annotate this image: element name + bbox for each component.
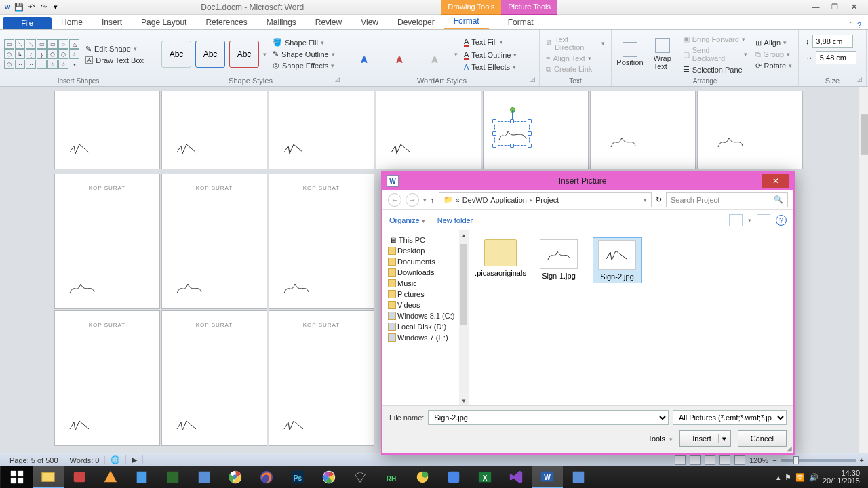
insert-button[interactable]: Insert▾: [679, 430, 731, 447]
selection-pane-button[interactable]: ☰Selection Pane: [681, 64, 749, 75]
tab-references[interactable]: References: [196, 16, 256, 29]
page-thumb[interactable]: [697, 91, 803, 169]
tray-expand-icon[interactable]: ▴: [776, 473, 781, 482]
network-icon[interactable]: 🛜: [795, 473, 805, 482]
page-thumb[interactable]: KOP SURAT: [54, 310, 160, 446]
wordart-more-icon[interactable]: ▾: [454, 51, 458, 58]
shape-styles-more-icon[interactable]: ▾: [263, 51, 267, 58]
tab-mailings[interactable]: Mailings: [257, 16, 306, 29]
tree-item[interactable]: Music: [385, 278, 466, 289]
navigation-tree[interactable]: 🖥 This PC Desktop Documents Downloads Mu…: [382, 230, 469, 405]
filename-input[interactable]: Sign-2.jpg: [428, 410, 669, 425]
tab-file[interactable]: File: [3, 17, 52, 29]
zoom-in-button[interactable]: +: [860, 456, 864, 464]
dialog-close-button[interactable]: ✕: [762, 174, 789, 188]
help-icon[interactable]: ?: [857, 21, 861, 29]
close-button[interactable]: ✕: [848, 3, 860, 12]
text-fill-button[interactable]: AText Fill▾: [462, 37, 519, 48]
dialog-launcher-icon[interactable]: ◿: [335, 76, 340, 83]
page-thumb[interactable]: KOP SURAT: [161, 174, 267, 309]
align-button[interactable]: ⊞Align▾: [753, 38, 794, 48]
dialog-launcher-icon[interactable]: ◿: [857, 76, 862, 83]
macro-status[interactable]: ▶: [126, 455, 143, 464]
taskbar-photoshop[interactable]: Ps: [282, 466, 313, 488]
tab-home[interactable]: Home: [52, 16, 92, 29]
start-button[interactable]: [1, 466, 33, 488]
wordart-style-1[interactable]: A: [349, 39, 380, 70]
taskbar-visualstudio[interactable]: [500, 466, 532, 488]
shapes-gallery[interactable]: ▭＼＼▭▭○△ ⬡↳{}⬠⬡☆ ⬡〰〰〰☆☆▾: [4, 39, 79, 69]
taskbar-app[interactable]: [157, 466, 189, 488]
taskbar-app[interactable]: [563, 466, 594, 488]
view-options-button[interactable]: [729, 214, 743, 226]
width-input[interactable]: [816, 51, 856, 64]
tools-button[interactable]: Tools ▾: [648, 434, 673, 443]
wordart-style-3[interactable]: A: [419, 39, 450, 70]
dialog-launcher-icon[interactable]: ◿: [530, 76, 535, 83]
taskbar-firefox[interactable]: [251, 466, 282, 488]
back-button[interactable]: ←: [388, 193, 401, 207]
taskbar-app[interactable]: [189, 466, 220, 488]
tab-review[interactable]: Review: [306, 16, 351, 29]
taskbar-app[interactable]: RH: [376, 466, 407, 488]
cancel-button[interactable]: Cancel: [738, 430, 787, 447]
volume-icon[interactable]: 🔊: [809, 473, 818, 482]
shape-outline-button[interactable]: ✎Shape Outline▾: [271, 49, 337, 59]
minimize-button[interactable]: —: [810, 3, 822, 12]
tree-item[interactable]: Pictures: [385, 289, 466, 300]
taskbar-app[interactable]: [344, 466, 376, 488]
taskbar-app[interactable]: [95, 466, 126, 488]
clock[interactable]: 14:30 20/11/2015: [823, 470, 860, 485]
tree-this-pc[interactable]: 🖥 This PC: [385, 235, 466, 245]
tab-format-drawing[interactable]: Format: [444, 14, 489, 29]
address-bar[interactable]: 📁 « DevWD-Application▸ Project ▾: [439, 192, 652, 207]
system-tray[interactable]: ▴ ⚑ 🛜 🔊 14:30 20/11/2015: [776, 470, 867, 485]
refresh-button[interactable]: ↻: [656, 195, 662, 204]
tab-insert[interactable]: Insert: [92, 16, 132, 29]
outline-view[interactable]: [719, 455, 730, 465]
page-thumb[interactable]: [590, 91, 696, 169]
taskbar-app[interactable]: [64, 466, 95, 488]
tab-page-layout[interactable]: Page Layout: [132, 16, 196, 29]
height-input[interactable]: [812, 35, 853, 48]
page-thumb[interactable]: [161, 91, 267, 169]
tree-scrollbar[interactable]: ▲▼: [459, 230, 469, 405]
zoom-out-button[interactable]: −: [772, 456, 776, 464]
shape-effects-button[interactable]: ◎Shape Effects▾: [271, 60, 337, 70]
page-thumb[interactable]: KOP SURAT: [269, 174, 374, 309]
forward-button[interactable]: →: [406, 193, 419, 207]
zoom-slider[interactable]: [781, 459, 856, 462]
tree-item[interactable]: Desktop: [385, 245, 466, 256]
tree-item[interactable]: Videos: [385, 300, 466, 310]
help-icon[interactable]: ?: [776, 215, 787, 226]
page-status[interactable]: Page: 5 of 500: [4, 456, 64, 464]
full-screen-view[interactable]: [690, 455, 701, 465]
text-outline-button[interactable]: AText Outline▾: [462, 49, 519, 61]
taskbar-excel[interactable]: X: [469, 466, 500, 488]
text-effects-button[interactable]: AText Effects▾: [462, 62, 519, 72]
file-item[interactable]: Sign-1.jpg: [534, 237, 583, 282]
action-center-icon[interactable]: ⚑: [785, 473, 791, 482]
edit-shape-button[interactable]: ✎Edit Shape▾: [83, 44, 146, 54]
new-folder-button[interactable]: New folder: [437, 216, 473, 224]
collapse-ribbon-icon[interactable]: ˇ: [849, 21, 852, 29]
restore-button[interactable]: ❐: [829, 3, 841, 12]
vertical-scrollbar[interactable]: [859, 87, 868, 466]
page-thumb[interactable]: [376, 91, 481, 169]
wrap-text-button[interactable]: Wrap Text: [648, 38, 677, 70]
taskbar-picasa[interactable]: [313, 466, 344, 488]
up-button[interactable]: ↑: [431, 196, 435, 204]
page-thumb[interactable]: KOP SURAT: [161, 310, 267, 446]
file-list[interactable]: .picasaoriginals Sign-1.jpg Sign-2.jpg: [469, 230, 793, 405]
page-thumb[interactable]: [54, 91, 160, 169]
word-count[interactable]: Words: 0: [64, 456, 106, 464]
resize-grip-icon[interactable]: ◢: [787, 445, 792, 452]
context-tab-picture[interactable]: Picture Tools: [501, 0, 557, 15]
web-layout-view[interactable]: [705, 455, 715, 465]
tab-view[interactable]: View: [351, 16, 388, 29]
context-tab-drawing[interactable]: Drawing Tools: [441, 0, 501, 15]
taskbar-chrome[interactable]: [220, 466, 251, 488]
preview-pane-button[interactable]: [757, 214, 770, 226]
taskbar-app[interactable]: [407, 466, 438, 488]
text-box-button[interactable]: ADraw Text Box: [83, 56, 146, 65]
